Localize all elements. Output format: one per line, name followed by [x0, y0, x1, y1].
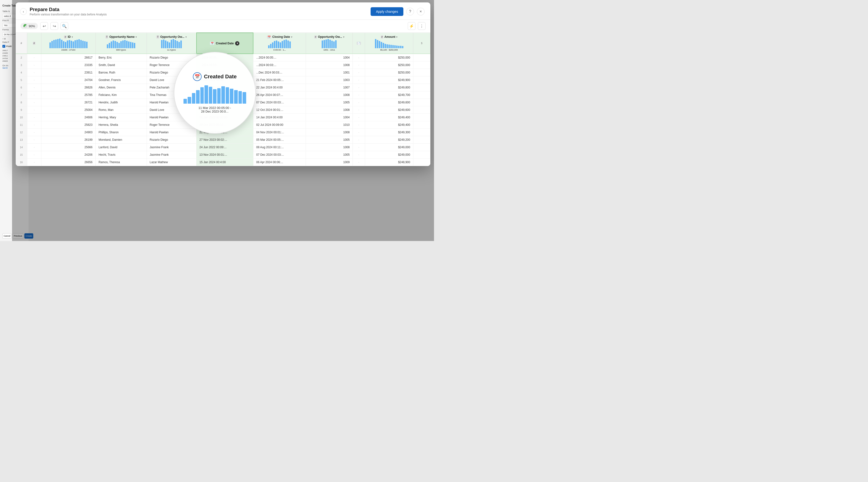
cell-owner2: 1004	[306, 54, 352, 61]
more-options-button[interactable]: ⋮	[418, 22, 426, 30]
amount-stats: $5,100 - $250,000	[380, 49, 398, 51]
table-row: 16 · 26656 Ramos, Theresa Lazar Mathew 1…	[16, 159, 430, 166]
opp-owner-sort-icon[interactable]: ▾	[185, 36, 187, 38]
cell-owner: Tina Thomas	[147, 91, 196, 99]
cell-amount: $249,000	[365, 151, 413, 159]
table-row: 2 · 26617 Berry, Eric Rozario Diego ...2…	[16, 54, 430, 61]
cell-name: Moreland, Damien	[95, 136, 147, 143]
help-button[interactable]: ?	[406, 8, 414, 15]
col-amount[interactable]: # Amount ▾	[365, 33, 413, 54]
cell-closing: 02 Jul 2024 00:09:00	[253, 121, 306, 129]
cell-id: 23911	[41, 69, 95, 76]
modal-subtitle: Perform various transformation on your d…	[30, 13, 107, 16]
cell-id: 26721	[41, 99, 95, 106]
cell-doc: ·	[353, 91, 365, 99]
table-row: 15 · 24206 Hecht, Travis Jasmine Frank 1…	[16, 151, 430, 159]
cell-name: Berry, Eric	[95, 54, 147, 61]
cell-amount: $249,400	[365, 121, 413, 129]
cell-owner2: 1005	[306, 136, 352, 143]
col-id[interactable]: # ID ▾	[41, 33, 95, 54]
cell-created: 15 Nov 2023 00:01:...	[196, 84, 253, 91]
cell-extra	[413, 121, 430, 129]
col-opportunity-owner2[interactable]: # Opportunity Ow... ▾	[306, 33, 352, 54]
lightning-icon: ⚡	[409, 24, 414, 28]
created-date-filter-icon[interactable]: ▾	[235, 41, 240, 45]
cell-owner2: 1008	[306, 106, 352, 114]
apply-changes-button[interactable]: Apply changes	[371, 7, 403, 16]
cell-created: 09 Oct 2023 00:12:...	[196, 121, 253, 129]
table-row: 4 · 23911 Barrow, Ruth Rozario Diego 2x.…	[16, 69, 430, 76]
cell-rownum: 5	[16, 76, 27, 84]
cell-owner2: 1008	[306, 143, 352, 151]
cell-doc: ·	[353, 136, 365, 143]
table-row: 10 · 24606 Herring, Mary Harold Pawlan 0…	[16, 114, 430, 121]
modal-header-right: Apply changes ? ×	[371, 7, 425, 16]
cell-extra	[413, 159, 430, 166]
cancel-button[interactable]: Cancel	[2, 233, 11, 238]
cell-extra	[413, 84, 430, 91]
cell-name: Herrera, Sheila	[95, 121, 147, 129]
cell-doc: ·	[353, 84, 365, 91]
cell-doc: ·	[353, 106, 365, 114]
redo-icon: ↪	[53, 24, 56, 28]
search-button[interactable]: 🔍	[61, 22, 68, 30]
opp-owner2-sort-icon[interactable]: ▾	[343, 36, 344, 38]
cell-name: Hendrix, Judith	[95, 99, 147, 106]
closing-date-stats: 0:09:00 - 1...	[273, 49, 286, 51]
cell-doc: ·	[353, 114, 365, 121]
col-hash[interactable]: #	[27, 33, 41, 54]
back-button[interactable]: ‹	[20, 8, 27, 15]
cell-closing: 08 Aug 2024 00:11:...	[253, 143, 306, 151]
cell-owner: Rozario Diego	[147, 54, 196, 61]
cell-amount: $250,000	[365, 69, 413, 76]
cell-name: Hecht, Travis	[95, 151, 147, 159]
cell-doc: ·	[353, 151, 365, 159]
id-type-icon: #	[64, 35, 67, 38]
zoom-control[interactable]: 90%	[21, 23, 38, 29]
cell-rownum: 3	[16, 61, 27, 69]
cell-extra	[413, 69, 430, 76]
close-icon: ×	[420, 9, 422, 14]
cell-closing: 12 Oct 2024 00:01:...	[253, 106, 306, 114]
cell-closing: 06 Apr 2024 00:06:...	[253, 159, 306, 166]
opp-name-sort-icon[interactable]: ▾	[135, 36, 137, 38]
cell-owner2: 1009	[306, 159, 352, 166]
cell-rownum: 12	[16, 129, 27, 136]
cell-name: Lanford, David	[95, 143, 147, 151]
col-closing-date[interactable]: 📅 Closing Date ▾	[253, 33, 306, 54]
sidebar-checkbox[interactable]	[2, 45, 5, 48]
cell-amount: $250,000	[365, 54, 413, 61]
undo-button[interactable]: ↩	[40, 22, 48, 30]
table-container[interactable]: # #	[16, 33, 430, 166]
cell-owner2: 1007	[306, 84, 352, 91]
cell-id: 25785	[41, 91, 95, 99]
opp-owner-chart	[160, 38, 183, 48]
col-created-date[interactable]: 📅 Created Date ▾	[196, 33, 253, 54]
toolbar: 90% ↩ ↪ 🔍 ⚡ ⋮	[16, 20, 430, 33]
cell-extra	[413, 76, 430, 84]
close-button[interactable]: ×	[417, 8, 425, 15]
modal: ‹ Prepare Data Perform various transform…	[16, 2, 430, 166]
opp-owner-type-icon: T	[156, 35, 159, 38]
extra-col-label: $	[421, 42, 423, 44]
cell-id: 25004	[41, 106, 95, 114]
col-opportunity-owner[interactable]: T Opportunity Ow... ▾	[147, 33, 196, 54]
hash-type-icon: #	[33, 42, 36, 45]
cell-owner2: 1010	[306, 121, 352, 129]
cell-id: 26617	[41, 54, 95, 61]
closing-date-sort-icon[interactable]: ▾	[291, 36, 292, 38]
cell-owner: Roger Terrence	[147, 121, 196, 129]
col-doc-type[interactable]: 📄	[353, 33, 365, 54]
opp-owner2-type-icon: #	[314, 35, 317, 38]
col-id-label: ID	[68, 35, 71, 38]
id-sort-icon[interactable]: ▾	[72, 36, 73, 38]
redo-button[interactable]: ↪	[51, 22, 58, 30]
amount-sort-icon[interactable]: ▾	[396, 36, 397, 38]
col-opp-owner2-label: Opportunity Ow...	[318, 35, 342, 38]
zoom-value: 90%	[29, 24, 35, 28]
help-icon: ?	[409, 9, 411, 14]
col-created-date-label: Created Date	[216, 42, 234, 45]
lightning-button[interactable]: ⚡	[408, 22, 415, 30]
cell-owner2: 1005	[306, 151, 352, 159]
col-opportunity-name[interactable]: T Opportunity Name ▾	[95, 33, 147, 54]
